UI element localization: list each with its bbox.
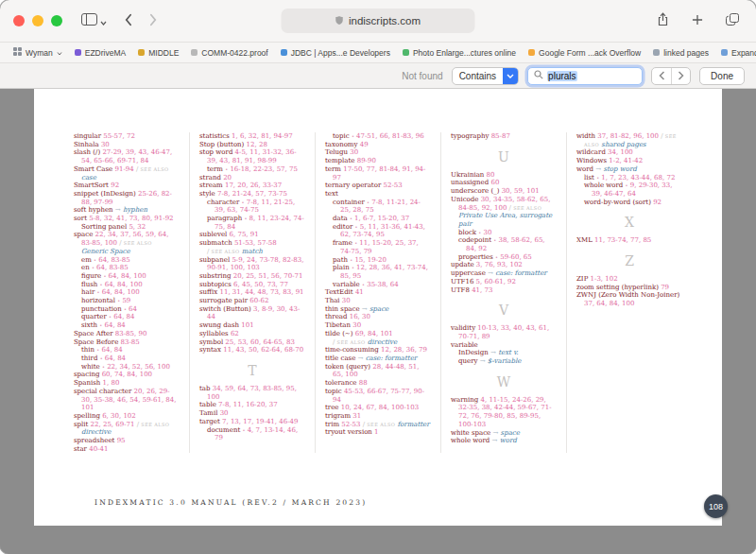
forward-button[interactable] [146,11,162,31]
see-also-target[interactable]: shared pages [601,141,645,148]
page-links[interactable]: 51-53, 57-58 [234,239,277,247]
page-links[interactable]: 64, 83-85 [98,256,130,264]
page-links[interactable]: 16, 30 [350,313,370,320]
see-also-target[interactable]: case [81,174,96,182]
close-button[interactable] [13,15,25,26]
page-links[interactable]: 15, 19-20 [354,256,387,264]
page-links[interactable]: 79 [661,284,669,291]
page-links[interactable]: 31 [352,412,361,420]
page-links[interactable]: 16-18, 22-23, 57, 75 [230,165,298,173]
page-links[interactable]: 11, 73-74, 77, 85 [594,236,651,244]
page-links[interactable]: 34, 59, 64, 73, 83-85, 95, 100 [207,385,297,401]
page-links[interactable]: 37, 64, 84, 100 [584,300,634,307]
page-links[interactable]: 30 [342,297,351,304]
page-links[interactable]: 64, 84 [102,346,123,354]
page-links[interactable]: 59 [122,297,130,304]
page-links[interactable]: 1 [374,428,378,436]
page-links[interactable]: 62 [231,330,239,338]
page-links[interactable]: 64, 83-85 [96,264,129,271]
back-button[interactable] [120,11,136,31]
page-links[interactable]: 20, 25, 51, 56, 70-71 [233,272,303,280]
page-links[interactable]: 64, 84 [105,355,126,362]
page-links[interactable]: 60, 74, 84, 100 [102,371,152,378]
bookmark-item[interactable]: COMM-0422.proof [191,48,267,58]
page-links[interactable]: 12, 28, 36, 79 [381,346,427,354]
bookmark-item[interactable]: JDBC | Apps...e Developers [281,48,390,58]
see-also-target[interactable]: match [242,248,263,255]
page-links[interactable]: 6, 75, 91 [230,231,259,238]
page-links[interactable]: 95 [117,437,126,444]
bookmark-item[interactable]: Google Form ...ack Overflow [528,48,641,58]
tab-overview-button[interactable] [722,11,743,30]
bookmark-item[interactable]: MIDDLE [138,48,179,58]
bookmark-item[interactable]: Photo Enlarge...ctures online [403,48,516,58]
page-links[interactable]: 5-8, 32, 41, 73, 80, 91-92 [89,215,173,222]
cross-reference-link[interactable]: space [369,305,388,313]
page-links[interactable]: 6, 45, 50, 73, 77 [233,281,288,288]
page-links[interactable]: 80 [487,171,495,179]
minimize-button[interactable] [32,15,43,26]
page-links[interactable]: 35-38, 64 [367,281,399,288]
page-links[interactable]: 45-53, 66-67, 75-77, 90-94 [333,388,424,404]
page-links[interactable]: 83-85 [121,338,140,346]
page-links[interactable]: 60-62 [249,297,268,304]
page-links[interactable]: 64, 84, 100 [105,281,143,288]
page-links[interactable]: 64, 84 [113,313,134,320]
page-links[interactable]: 7, 13, 17, 19-41, 46-49 [222,418,298,425]
page-links[interactable]: 7-8, 11, 16-20, 37 [218,401,278,408]
page-links[interactable]: 59-60, 65 [500,253,532,261]
page-links[interactable]: 5, 60-61, 92 [476,278,516,286]
find-search-input[interactable]: plurals [527,67,643,85]
page-links[interactable]: 5, 32 [129,223,146,231]
page-links[interactable]: 1, 80 [103,379,120,387]
page-links[interactable]: 37, 81-82, 96, 100 [597,132,659,140]
page-links[interactable]: 52-53 [383,182,402,189]
page-links[interactable]: 41, 73 [472,286,492,294]
page-links[interactable]: 64, 84, 100 [109,272,146,280]
page-links[interactable]: 60 [490,179,499,186]
sidebar-toggle-button[interactable] [77,11,111,30]
cross-reference-link[interactable]: space [501,429,520,437]
page-links[interactable]: 6, 30, 102 [102,412,136,420]
page-links[interactable]: 25, 53, 60, 64-65, 83 [225,338,295,346]
page-links[interactable]: 3, 76, 93, 102 [476,261,523,268]
page-links[interactable]: 85-87 [491,132,510,140]
page-links[interactable]: 30 [350,148,358,156]
page-links[interactable]: 47-51, 66, 81-83, 96 [356,132,424,140]
page-links[interactable]: 1, 7, 23, 43-44, 68, 72 [601,174,675,182]
page-links[interactable]: 92 [653,199,662,206]
page-links[interactable]: 1, 6, 32, 81, 94-97 [232,132,293,140]
previous-match-button[interactable] [652,68,671,84]
see-also-target[interactable]: Generic Space [81,248,130,255]
page-links[interactable]: 55-57, 72 [103,132,135,140]
page-links[interactable]: 12, 28 [247,141,267,148]
next-match-button[interactable] [671,68,690,84]
see-also-target[interactable]: directive [368,338,397,346]
page-links[interactable]: 40-41 [89,445,108,453]
page-links[interactable]: 1-3, 102 [591,275,618,283]
page-links[interactable]: 64, 84 [105,321,126,329]
page-links[interactable]: 88 [359,379,368,387]
page-links[interactable]: 30 [352,321,361,329]
bookmark-item[interactable]: Expand All [721,48,756,58]
bookmark-item[interactable]: linked pages [653,48,709,58]
page-links[interactable]: 30 [101,141,110,148]
bookmark-item[interactable]: Wyman [13,47,62,58]
page-links[interactable]: 11, 43, 50, 62-64, 68-70 [223,346,303,354]
page-links[interactable]: 22, 34, 52, 56, 100 [107,363,170,371]
cross-reference-link[interactable]: case: formatter [495,269,547,277]
page-links[interactable]: 22, 25, 69-71 [91,421,135,428]
page-links[interactable]: 91-94 [115,165,134,173]
page-links[interactable]: 83-85, 90 [115,330,147,338]
page-links[interactable]: 10, 24, 67, 84, 100-103 [341,404,420,411]
page-links[interactable]: 30 [484,229,492,236]
page-links[interactable]: 5, 11, 31-36, 41-43, 62, 73-74, 95 [340,223,425,239]
page-links[interactable]: 1-2, 41-42 [609,157,643,164]
cross-reference-link[interactable]: word [500,437,517,444]
page-links[interactable]: 52-53 [341,421,360,428]
see-also-target[interactable]: formatter [398,421,430,428]
cross-reference-link[interactable]: stop word [603,165,636,173]
page-links[interactable]: 17-50, 77, 81-84, 91, 94-97 [333,165,425,182]
cross-reference-link[interactable]: hyphen [123,206,147,214]
page-links[interactable]: 64, 84, 100 [102,288,140,296]
